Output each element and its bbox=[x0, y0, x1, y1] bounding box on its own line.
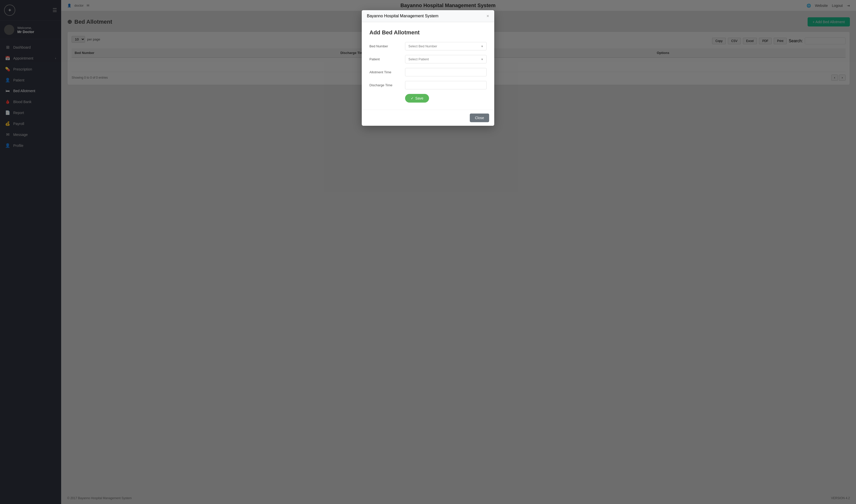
close-modal-button[interactable]: Close bbox=[470, 113, 489, 122]
patient-group: Patient Select Patient bbox=[369, 55, 487, 64]
bed-number-label: Bed Number bbox=[369, 44, 405, 48]
discharge-time-group: Discharge Time bbox=[369, 81, 487, 89]
check-icon: ✓ bbox=[411, 96, 414, 100]
modal-header-title: Bayanno Hospital Management System bbox=[367, 14, 438, 18]
allotment-time-group: Allotment Time bbox=[369, 68, 487, 76]
modal-footer: Close bbox=[362, 110, 494, 126]
patient-select[interactable]: Select Patient bbox=[405, 55, 487, 64]
modal-body: Add Bed Allotment Bed Number Select Bed … bbox=[362, 22, 494, 110]
bed-number-select[interactable]: Select Bed Number bbox=[405, 42, 487, 50]
bed-number-group: Bed Number Select Bed Number bbox=[369, 42, 487, 50]
allotment-time-input[interactable] bbox=[405, 68, 487, 76]
bed-number-select-wrap: Select Bed Number bbox=[405, 42, 487, 50]
patient-select-wrap: Select Patient bbox=[405, 55, 487, 64]
patient-label: Patient bbox=[369, 57, 405, 61]
discharge-time-label: Discharge Time bbox=[369, 83, 405, 87]
discharge-time-input[interactable] bbox=[405, 81, 487, 89]
save-label: Save bbox=[415, 96, 423, 100]
modal: Bayanno Hospital Management System × Add… bbox=[362, 10, 494, 126]
allotment-time-label: Allotment Time bbox=[369, 70, 405, 74]
save-button[interactable]: ✓ Save bbox=[405, 94, 429, 103]
modal-close-x-button[interactable]: × bbox=[486, 14, 489, 18]
modal-title: Add Bed Allotment bbox=[369, 29, 487, 36]
modal-header: Bayanno Hospital Management System × bbox=[362, 10, 494, 22]
modal-overlay: Bayanno Hospital Management System × Add… bbox=[0, 0, 856, 504]
